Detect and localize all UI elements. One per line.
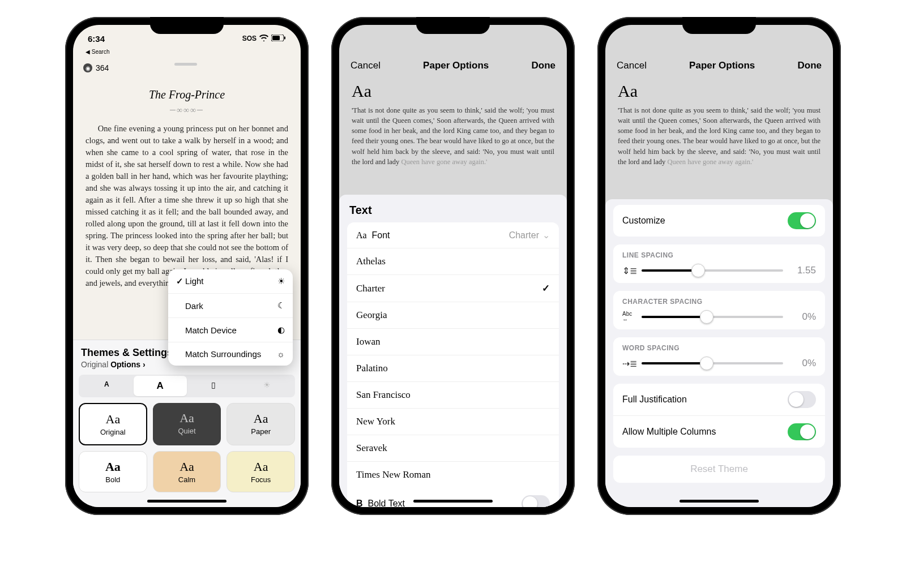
word-spacing-slider[interactable]: [642, 362, 783, 364]
check-icon: ✓: [176, 276, 185, 286]
scroll-mode-button[interactable]: ▯: [187, 376, 241, 396]
word-spacing-heading: WORD SPACING: [622, 344, 816, 352]
chevron-down-icon: ⌄: [542, 230, 550, 240]
cancel-button[interactable]: Cancel: [617, 60, 647, 71]
line-spacing-value: 1.55: [790, 265, 816, 276]
brightness-icon: ☼: [277, 349, 285, 359]
line-spacing-heading: LINE SPACING: [622, 251, 816, 259]
svg-rect-2: [284, 36, 285, 39]
allow-columns-toggle[interactable]: [788, 423, 816, 440]
line-spacing-slider[interactable]: [642, 269, 783, 272]
screen-3: Cancel Paper Options Done Aa 'That is no…: [605, 25, 833, 507]
chapter-divider: ─∞∞∞─: [86, 106, 288, 115]
sheet-title: Paper Options: [689, 60, 755, 71]
full-justification-toggle[interactable]: [788, 391, 816, 408]
line-spacing-block: LINE SPACING ⇕≣ 1.55: [613, 244, 825, 283]
phone-1: 6:34 SOS ◀ Search ◉ 364: [65, 17, 309, 515]
allow-columns-label: Allow Multiple Columns: [622, 427, 716, 437]
notch: [682, 17, 756, 34]
word-spacing-icon: ⇢≣: [622, 358, 635, 369]
appearance-match-surroundings[interactable]: Match Surroundings ☼: [168, 342, 293, 366]
appearance-dark[interactable]: Dark ☾: [168, 294, 293, 318]
themes-options-link[interactable]: Options ›: [110, 360, 145, 369]
font-option-san-francisco[interactable]: San Francisco: [347, 382, 559, 409]
done-button[interactable]: Done: [531, 60, 555, 71]
customize-label: Customize: [622, 216, 665, 226]
sheet-body-layout: Customize LINE SPACING ⇕≣ 1.55 CHARACTER…: [605, 199, 833, 507]
theme-paper[interactable]: Aa Paper: [226, 403, 295, 445]
section-text-title: Text: [349, 204, 557, 217]
screen-1: 6:34 SOS ◀ Search ◉ 364: [73, 25, 301, 507]
text-preview: Aa 'That is not done quite as you seem t…: [605, 78, 833, 176]
bold-text-row[interactable]: B Bold Text: [347, 488, 559, 507]
phone-2: Cancel Paper Options Done Aa 'That is no…: [331, 17, 575, 515]
preview-aa: Aa: [618, 81, 820, 101]
sheet-title: Paper Options: [423, 60, 489, 71]
page-icon: ◉: [83, 63, 92, 72]
sun-icon: ☀︎: [277, 276, 285, 286]
font-list: Aa Font Charter⌄ AthelasCharter✓GeorgiaI…: [347, 222, 559, 507]
page-number: 364: [96, 63, 109, 72]
font-size-segment: A A ▯ ☀︎: [79, 375, 295, 397]
wifi-icon: [259, 35, 268, 43]
bold-toggle[interactable]: [522, 495, 550, 507]
sheet-grabber[interactable]: [174, 63, 197, 66]
sos-label: SOS: [242, 35, 257, 42]
page-icon: ▯: [211, 380, 216, 389]
char-spacing-icon: Abc↔: [622, 311, 635, 323]
cancel-button[interactable]: Cancel: [351, 60, 381, 71]
font-option-charter[interactable]: Charter✓: [347, 275, 559, 302]
font-option-seravek[interactable]: Seravek: [347, 435, 559, 462]
allow-columns-row: Allow Multiple Columns: [613, 416, 825, 448]
char-spacing-heading: CHARACTER SPACING: [622, 298, 816, 306]
page-counter[interactable]: ◉ 364: [83, 63, 109, 72]
preview-paragraph: 'That is not done quite as you seem to t…: [352, 105, 554, 167]
status-right: SOS: [242, 35, 286, 43]
home-indicator[interactable]: [147, 500, 226, 503]
appearance-light[interactable]: ✓Light ☀︎: [168, 269, 293, 294]
home-indicator[interactable]: [413, 500, 493, 503]
appearance-match-device[interactable]: Match Device ◐: [168, 318, 293, 342]
font-option-times-new-roman[interactable]: Times New Roman: [347, 462, 559, 488]
check-icon: ✓: [542, 282, 550, 294]
back-to-search[interactable]: ◀ Search: [86, 49, 109, 55]
theme-original[interactable]: Aa Original: [79, 403, 147, 445]
body-text: One fine evening a young princess put on…: [86, 123, 288, 289]
font-header-row[interactable]: Aa Font Charter⌄: [347, 222, 559, 248]
home-indicator[interactable]: [680, 500, 759, 503]
reset-theme-button[interactable]: Reset Theme: [613, 456, 825, 483]
contrast-icon: ◐: [277, 325, 285, 335]
customize-toggle[interactable]: [788, 212, 816, 229]
font-larger-button[interactable]: A: [134, 376, 187, 396]
appearance-button[interactable]: ☀︎: [241, 376, 294, 396]
moon-icon: ☾: [277, 301, 285, 311]
theme-calm[interactable]: Aa Calm: [153, 451, 221, 492]
char-spacing-slider[interactable]: [642, 316, 783, 318]
done-button[interactable]: Done: [797, 60, 822, 71]
svg-rect-1: [272, 36, 280, 40]
line-spacing-icon: ⇕≣: [622, 265, 635, 276]
font-option-athelas[interactable]: Athelas: [347, 248, 559, 275]
phone-3: Cancel Paper Options Done Aa 'That is no…: [597, 17, 841, 515]
word-spacing-block: WORD SPACING ⇢≣ 0%: [613, 337, 825, 376]
sun-icon: ☀︎: [263, 380, 271, 389]
font-option-iowan[interactable]: Iowan: [347, 329, 559, 355]
preview-aa: Aa: [352, 81, 554, 101]
appearance-popover: ✓Light ☀︎ Dark ☾ Match Device ◐ Match Su…: [168, 269, 293, 366]
theme-quiet[interactable]: Aa Quiet: [153, 403, 221, 445]
notch: [150, 17, 224, 34]
preview-paragraph: 'That is not done quite as you seem to t…: [618, 105, 820, 167]
reader-content: The Frog-Prince ─∞∞∞─ One fine evening a…: [73, 72, 301, 295]
theme-focus[interactable]: Aa Focus: [226, 451, 295, 492]
font-smaller-button[interactable]: A: [80, 376, 134, 396]
font-option-georgia[interactable]: Georgia: [347, 302, 559, 329]
word-spacing-value: 0%: [790, 358, 816, 369]
notch: [416, 17, 490, 34]
full-justification-label: Full Justification: [622, 394, 687, 405]
text-preview: Aa 'That is not done quite as you seem t…: [339, 78, 567, 176]
theme-bold[interactable]: Aa Bold: [79, 451, 147, 492]
font-option-palatino[interactable]: Palatino: [347, 355, 559, 382]
font-option-new-york[interactable]: New York: [347, 409, 559, 435]
full-justification-row: Full Justification: [613, 384, 825, 416]
char-spacing-value: 0%: [790, 311, 816, 323]
